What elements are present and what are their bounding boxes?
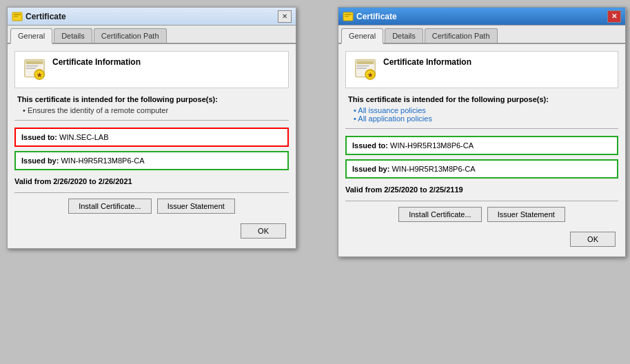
left-title-bar-left: Certificate (12, 11, 66, 22)
right-cert-info-title: Certificate Information (383, 57, 471, 67)
left-window-icon (12, 11, 23, 22)
left-ok-row: OK (14, 221, 289, 241)
svg-rect-15 (357, 68, 367, 69)
right-issued-by-label: Issued by: (352, 165, 389, 173)
svg-text:★: ★ (37, 72, 43, 79)
left-purpose-list: Ensures the identity of a remote compute… (17, 106, 286, 114)
right-cert-info-text: Certificate Information (383, 57, 471, 70)
right-button-row: Install Certificate... Issuer Statement (345, 207, 618, 222)
svg-rect-10 (345, 14, 352, 15)
left-valid-label: Valid from (14, 177, 51, 185)
right-window-title: Certificate (356, 12, 397, 21)
right-valid-label: Valid from (345, 185, 382, 194)
left-title-bar: Certificate ✕ (8, 8, 296, 26)
right-valid-to: 2/25/2119 (429, 185, 463, 194)
left-tab-general[interactable]: General (10, 28, 52, 44)
left-tab-certification-path[interactable]: Certification Path (94, 28, 167, 43)
right-title-bar: Certificate ✕ (338, 8, 625, 26)
svg-rect-5 (26, 65, 39, 67)
left-ok-button[interactable]: OK (241, 223, 286, 239)
left-issued-to-label: Issued to: (21, 133, 57, 141)
right-purpose-label: This certificate is intended for the fol… (348, 95, 616, 103)
desktop: Certificate ✕ General Details Certificat… (0, 0, 630, 364)
svg-rect-1 (14, 14, 21, 15)
right-issued-to-label: Issued to: (352, 141, 388, 150)
right-purpose-item-1: All application policies (354, 114, 616, 123)
left-purpose-item-0: Ensures the identity of a remote compute… (23, 106, 286, 114)
left-cert-info-title: Certificate Information (52, 57, 141, 67)
left-issuer-button[interactable]: Issuer Statement (157, 199, 235, 214)
right-tabs: General Details Certification Path (338, 26, 625, 44)
left-issued-by-label: Issued by: (21, 156, 59, 165)
right-title-bar-left: Certificate (343, 11, 397, 22)
svg-rect-11 (345, 16, 349, 17)
left-install-button[interactable]: Install Certificate... (68, 199, 151, 214)
right-valid-to-label: to (420, 185, 427, 194)
left-divider (14, 120, 289, 121)
left-window-content: ★ Certificate Information This certifica… (8, 44, 296, 248)
svg-rect-14 (357, 65, 369, 67)
right-divider (345, 128, 618, 129)
right-window-icon (343, 11, 354, 22)
left-issued-by-box: Issued by: WIN-H9R5R13M8P6-CA (14, 151, 289, 170)
right-issued-to-row: Issued to: WIN-H9R5R13M8P6-CA (352, 141, 611, 150)
right-purpose-item-0: All issuance policies (354, 106, 616, 114)
left-close-button[interactable]: ✕ (278, 10, 292, 23)
left-purpose-section: This certificate is intended for the fol… (14, 95, 289, 114)
left-valid-section: Valid from 2/26/2020 to 2/26/2021 (14, 177, 289, 185)
left-cert-info-text: Certificate Information (52, 57, 141, 70)
right-issuer-button[interactable]: Issuer Statement (487, 207, 565, 222)
right-close-button[interactable]: ✕ (607, 10, 621, 23)
left-window-title: Certificate (26, 12, 66, 21)
right-title-buttons: ✕ (607, 10, 621, 23)
right-purpose-list: All issuance policies All application po… (348, 106, 616, 123)
right-valid-section: Valid from 2/25/2020 to 2/25/2119 (345, 185, 618, 194)
left-purpose-label: This certificate is intended for the fol… (17, 95, 286, 103)
right-issued-to-box: Issued to: WIN-H9R5R13M8P6-CA (345, 136, 618, 155)
right-certificate-window: Certificate ✕ General Details Certificat… (338, 7, 626, 257)
svg-rect-2 (14, 16, 18, 17)
right-ok-button[interactable]: OK (570, 232, 616, 247)
right-cert-info-box: ★ Certificate Information (345, 51, 618, 88)
svg-rect-4 (26, 61, 43, 64)
svg-rect-6 (26, 68, 36, 69)
left-valid-from: 2/26/2020 (53, 177, 87, 185)
left-valid-to-label: to (89, 177, 96, 185)
right-valid-from: 2/25/2020 (384, 185, 418, 194)
right-purpose-section: This certificate is intended for the fol… (345, 95, 618, 123)
left-button-row: Install Certificate... Issuer Statement (14, 199, 289, 214)
right-tab-general[interactable]: General (341, 28, 383, 44)
right-issued-by-row: Issued by: WIN-H9R5R13M8P6-CA (352, 165, 611, 173)
right-issued-section: Issued to: WIN-H9R5R13M8P6-CA Issued by:… (345, 136, 618, 179)
right-issued-by-value: WIN-H9R5R13M8P6-CA (392, 165, 475, 173)
left-cert-info-box: ★ Certificate Information (14, 51, 289, 88)
left-issued-to-row: Issued to: WIN.SEC-LAB (21, 133, 282, 141)
right-issued-by-box: Issued by: WIN-H9R5R13M8P6-CA (345, 159, 618, 179)
right-tab-details[interactable]: Details (385, 28, 423, 43)
right-install-button[interactable]: Install Certificate... (398, 207, 481, 222)
left-cert-icon: ★ (22, 57, 47, 82)
left-tabs: General Details Certification Path (8, 26, 296, 44)
right-divider2 (345, 201, 618, 201)
left-issued-section: Issued to: WIN.SEC-LAB Issued by: WIN-H9… (14, 128, 289, 170)
left-title-buttons: ✕ (278, 10, 292, 23)
left-issued-by-value: WIN-H9R5R13M8P6-CA (61, 156, 144, 165)
left-issued-to-value: WIN.SEC-LAB (59, 133, 109, 141)
svg-rect-13 (357, 61, 374, 64)
left-certificate-window: Certificate ✕ General Details Certificat… (7, 7, 296, 249)
left-issued-by-row: Issued by: WIN-H9R5R13M8P6-CA (21, 156, 282, 165)
left-issued-to-box: Issued to: WIN.SEC-LAB (14, 128, 289, 147)
right-tab-certification-path[interactable]: Certification Path (425, 28, 498, 43)
svg-text:★: ★ (367, 72, 374, 79)
left-valid-to: 2/26/2021 (99, 177, 132, 185)
right-cert-icon: ★ (353, 57, 378, 82)
left-tab-details[interactable]: Details (54, 28, 92, 43)
left-divider2 (14, 192, 289, 193)
right-ok-row: OK (345, 229, 618, 250)
right-window-content: ★ Certificate Information This certifica… (338, 44, 625, 256)
right-issued-to-value: WIN-H9R5R13M8P6-CA (390, 141, 474, 150)
